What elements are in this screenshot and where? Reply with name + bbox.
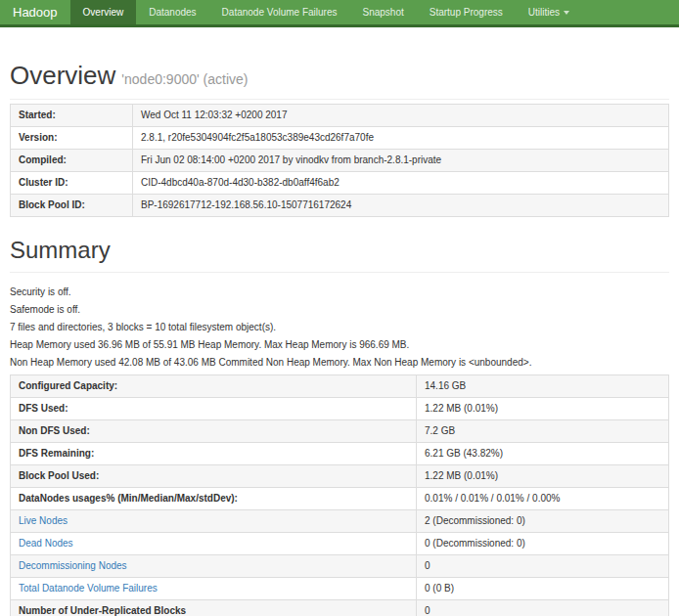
row-value: Fri Jun 02 08:14:00 +0200 2017 by vinodk… [133,150,669,172]
table-row: Compiled:Fri Jun 02 08:14:00 +0200 2017 … [11,150,669,172]
row-value: 6.21 GB (43.82%) [417,443,669,465]
row-label: Number of Under-Replicated Blocks [11,600,417,616]
nav-item-label: Datanode Volume Failures [222,7,338,18]
summary-paragraph: Security is off. [10,286,669,297]
row-label: Block Pool ID: [11,195,133,217]
table-row: Started:Wed Oct 11 12:03:32 +0200 2017 [11,105,669,127]
row-value: 2 (Decommissioned: 0) [417,510,669,533]
nav-item-link[interactable]: Datanode Volume Failures [209,0,350,24]
row-label: Block Pool Used: [11,465,417,488]
summary-paragraph: Non Heap Memory used 42.08 MB of 43.06 M… [10,357,669,368]
nav-item-datanode-volume-failures[interactable]: Datanode Volume Failures [209,0,350,24]
nav-item-link[interactable]: Overview [70,0,137,24]
row-label: Version: [11,127,133,150]
table-row: Total Datanode Volume Failures0 (0 B) [11,578,669,600]
row-label: Started: [11,105,133,127]
row-value: 0 (0 B) [417,578,669,600]
row-label: Cluster ID: [11,172,133,195]
row-value: 0.01% / 0.01% / 0.01% / 0.00% [417,488,669,510]
nav-item-link[interactable]: Startup Progress [417,0,516,24]
total-datanode-volume-failures-link[interactable]: Total Datanode Volume Failures [19,583,158,594]
nav-item-overview[interactable]: Overview [70,0,137,24]
decommissioning-nodes-link[interactable]: Decommissioning Nodes [19,560,127,571]
divider [10,272,669,273]
row-value: 14.16 GB [417,375,669,398]
nav-item-label: Overview [83,7,124,18]
navbar-items: OverviewDatanodesDatanode Volume Failure… [70,0,582,24]
table-row: Decommissioning Nodes0 [11,555,669,578]
row-label: Dead Nodes [11,533,417,555]
row-label: Non DFS Used: [11,420,417,443]
row-value: 0 [417,555,669,578]
row-label: Configured Capacity: [11,375,417,398]
overview-info-table-body: Started:Wed Oct 11 12:03:32 +0200 2017Ve… [11,105,669,217]
table-row: Live Nodes2 (Decommissioned: 0) [11,510,669,533]
nav-item-startup-progress[interactable]: Startup Progress [417,0,516,24]
summary-table-body: Configured Capacity:14.16 GBDFS Used:1.2… [11,375,669,616]
table-row: Dead Nodes0 (Decommissioned: 0) [11,533,669,555]
table-row: DFS Used:1.22 MB (0.01%) [11,398,669,420]
summary-paragraphs: Security is off.Safemode is off.7 files … [10,286,669,368]
row-value: 1.22 MB (0.01%) [417,465,669,488]
row-label: Total Datanode Volume Failures [11,578,417,600]
nav-item-label: Snapshot [362,7,403,18]
summary-table: Configured Capacity:14.16 GBDFS Used:1.2… [10,374,669,616]
table-row: DataNodes usages% (Min/Median/Max/stdDev… [11,488,669,510]
row-value: 2.8.1, r20fe5304904fc2f5a18053c389e43cd2… [133,127,669,150]
summary-paragraph: Safemode is off. [10,304,669,315]
top-navbar: Hadoop OverviewDatanodesDatanode Volume … [0,0,679,27]
nav-item-label: Utilities [528,7,560,18]
overview-title: Overview [10,61,115,90]
table-row: DFS Remaining:6.21 GB (43.82%) [11,443,669,465]
overview-heading: Overview'node0:9000' (active) [10,61,669,91]
row-label: DFS Remaining: [11,443,417,465]
row-value: 7.2 GB [417,420,669,443]
table-row: Configured Capacity:14.16 GB [11,375,669,398]
nav-item-snapshot[interactable]: Snapshot [349,0,416,24]
row-value: 0 [417,600,669,616]
live-nodes-link[interactable]: Live Nodes [19,515,68,526]
table-row: Number of Under-Replicated Blocks0 [11,600,669,616]
divider [10,99,669,100]
row-value: 1.22 MB (0.01%) [417,398,669,420]
dead-nodes-link[interactable]: Dead Nodes [19,538,73,549]
row-value: CID-4dbcd40a-870d-4d30-b382-db0aff4f6ab2 [133,172,669,195]
nav-item-utilities[interactable]: Utilities [516,0,582,24]
namenode-address-label: 'node0:9000' (active) [121,71,248,87]
table-row: Block Pool ID:BP-1692617712-192.168.56.1… [11,195,669,217]
nav-item-link[interactable]: Utilities [516,0,582,24]
row-label: Live Nodes [11,510,417,533]
page-content: Overview'node0:9000' (active) Started:We… [0,61,679,616]
table-row: Cluster ID:CID-4dbcd40a-870d-4d30-b382-d… [11,172,669,195]
nav-item-label: Startup Progress [430,7,503,18]
table-row: Version:2.8.1, r20fe5304904fc2f5a18053c3… [11,127,669,150]
row-value: Wed Oct 11 12:03:32 +0200 2017 [133,105,669,127]
overview-info-table: Started:Wed Oct 11 12:03:32 +0200 2017Ve… [10,104,669,217]
nav-item-link[interactable]: Snapshot [349,0,416,24]
row-value: 0 (Decommissioned: 0) [417,533,669,555]
table-row: Non DFS Used:7.2 GB [11,420,669,443]
nav-item-datanodes[interactable]: Datanodes [136,0,208,24]
row-label: Compiled: [11,150,133,172]
summary-heading: Summary [10,237,669,264]
row-label: DataNodes usages% (Min/Median/Max/stdDev… [11,488,417,510]
hadoop-brand[interactable]: Hadoop [0,0,70,24]
nav-item-link[interactable]: Datanodes [136,0,208,24]
summary-paragraph: 7 files and directories, 3 blocks = 10 t… [10,322,669,332]
table-row: Block Pool Used:1.22 MB (0.01%) [11,465,669,488]
row-label: Decommissioning Nodes [11,555,417,578]
row-label: DFS Used: [11,398,417,420]
summary-paragraph: Heap Memory used 36.96 MB of 55.91 MB He… [10,339,669,350]
row-value: BP-1692617712-192.168.56.10-150771617262… [133,195,669,217]
nav-item-label: Datanodes [149,7,196,18]
caret-down-icon [564,11,569,15]
